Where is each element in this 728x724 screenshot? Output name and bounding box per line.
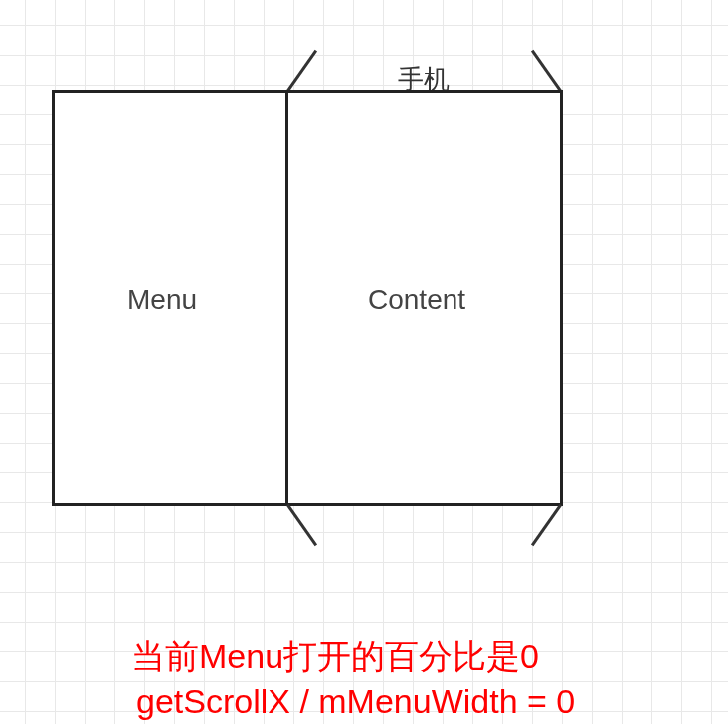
caption-line-2: getScrollX / mMenuWidth = 0 (136, 682, 575, 721)
content-panel-label: Content (368, 284, 465, 316)
layout-divider (285, 90, 288, 506)
menu-panel-label: Menu (127, 284, 197, 316)
caption-line-1: 当前Menu打开的百分比是0 (131, 634, 539, 680)
